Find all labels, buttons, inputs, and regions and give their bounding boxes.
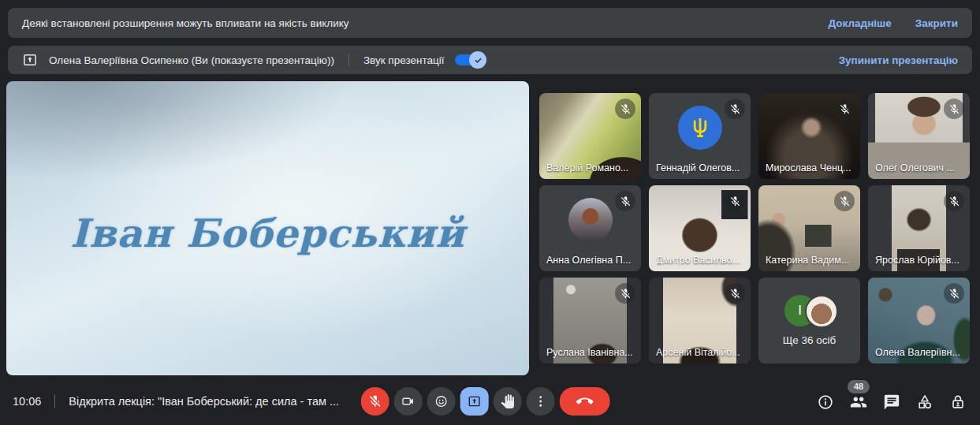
mic-muted-icon xyxy=(725,191,745,211)
participant-name: Олена Валеріївн... xyxy=(875,347,960,358)
participant-count-badge: 48 xyxy=(848,380,870,393)
participant-name: Дмитро Васильо... xyxy=(656,255,740,266)
participant-tile[interactable]: Арсеній Віталійо... xyxy=(649,278,751,363)
participant-tile[interactable]: Олег Олегович ... xyxy=(868,93,970,179)
divider xyxy=(348,54,349,66)
overflow-avatars: І xyxy=(784,295,835,326)
presentation-bar: Олена Валеріївна Осипенко (Ви (показуєте… xyxy=(8,46,972,74)
mic-muted-icon xyxy=(725,283,745,304)
mic-muted-icon xyxy=(615,191,635,211)
banner-details-link[interactable]: Докладніше xyxy=(829,17,892,29)
participant-name: Мирослава Ченц... xyxy=(766,162,851,173)
mic-muted-icon xyxy=(725,99,745,119)
participant-name: Арсеній Віталійо... xyxy=(656,347,740,358)
photo-avatar xyxy=(568,198,613,242)
banner-message: Деякі встановлені розширення можуть впли… xyxy=(22,17,349,29)
panel-controls: 48 xyxy=(816,393,967,412)
participant-name: Ярослав Юрійов... xyxy=(875,255,960,266)
mic-muted-icon xyxy=(944,99,964,119)
slide-title-text: Іван Боберський xyxy=(70,211,464,256)
participant-grid: Валерій Романо... Геннадій Олегов... Мир… xyxy=(539,93,970,363)
camera-button[interactable] xyxy=(393,387,422,416)
activities-button[interactable] xyxy=(915,393,934,412)
more-options-button[interactable] xyxy=(526,387,554,416)
participant-name: Катерина Вадим... xyxy=(766,255,849,266)
raise-hand-button[interactable] xyxy=(493,387,521,416)
lock-person-icon xyxy=(949,393,967,411)
participant-tile[interactable]: Мирослава Ченц... xyxy=(758,93,860,179)
mic-muted-icon xyxy=(834,99,855,119)
chat-panel-button[interactable] xyxy=(882,393,901,412)
banner-close-link[interactable]: Закрити xyxy=(915,17,958,29)
call-controls xyxy=(360,387,609,416)
photo-avatar xyxy=(805,295,838,328)
participant-name: Анна Олегівна П... xyxy=(546,255,631,266)
stop-presentation-button[interactable]: Зупинити презентацію xyxy=(839,54,958,66)
people-panel-button[interactable]: 48 xyxy=(849,393,868,412)
leave-call-button[interactable] xyxy=(559,387,609,416)
reactions-button[interactable] xyxy=(427,387,455,416)
participant-tile[interactable]: Ярослав Юрійов... xyxy=(868,185,970,271)
mic-muted-icon xyxy=(944,283,964,304)
mic-muted-icon xyxy=(944,191,964,211)
participant-tile[interactable]: Катерина Вадим... xyxy=(758,185,860,271)
host-controls-button[interactable] xyxy=(948,393,967,412)
info-icon xyxy=(817,393,834,411)
people-icon xyxy=(850,393,867,411)
participant-tile[interactable]: Валерій Романо... xyxy=(539,93,641,179)
microphone-muted-button[interactable] xyxy=(360,387,389,416)
meeting-info-group: 10:06 Відкрита лекція: "Іван Боберський:… xyxy=(13,394,339,408)
participant-name: Олег Олегович ... xyxy=(875,162,955,173)
participant-name: Геннадій Олегов... xyxy=(656,162,740,173)
present-icon xyxy=(22,52,38,68)
participant-tile[interactable]: Геннадій Олегов... xyxy=(649,93,751,179)
meeting-details-button[interactable] xyxy=(816,393,835,412)
participant-name: Руслана Іванівна... xyxy=(546,347,633,358)
mic-muted-icon xyxy=(615,99,635,119)
shared-presentation-stage[interactable]: Іван Боберський xyxy=(6,81,529,375)
presentation-sound-toggle[interactable] xyxy=(455,50,486,69)
participant-tile[interactable]: Анна Олегівна П... xyxy=(539,185,641,271)
chat-icon xyxy=(883,393,900,411)
shapes-icon xyxy=(916,393,933,411)
participant-tile[interactable]: Дмитро Васильо... xyxy=(649,185,751,271)
mic-muted-icon xyxy=(834,191,855,211)
toggle-thumb-check-icon xyxy=(469,51,486,69)
present-screen-button-active[interactable] xyxy=(460,387,488,416)
presenter-name: Олена Валеріївна Осипенко (Ви (показуєте… xyxy=(49,54,334,66)
mic-muted-icon xyxy=(615,283,635,304)
overflow-count-label: Ще 36 осіб xyxy=(783,334,837,346)
divider xyxy=(54,394,55,408)
presentation-sound-label: Звук презентації xyxy=(363,54,445,66)
clock-time: 10:06 xyxy=(13,395,41,408)
participant-tile[interactable]: Руслана Іванівна... xyxy=(539,278,641,363)
trident-avatar xyxy=(678,106,722,150)
meeting-title: Відкрита лекція: "Іван Боберський: де си… xyxy=(69,395,339,408)
overflow-participants-tile[interactable]: І Ще 36 осіб xyxy=(758,278,860,363)
participant-tile-self[interactable]: Олена Валеріївн... xyxy=(868,278,970,363)
participant-name: Валерій Романо... xyxy=(546,162,628,173)
extensions-warning-banner: Деякі встановлені розширення можуть впли… xyxy=(8,8,972,38)
